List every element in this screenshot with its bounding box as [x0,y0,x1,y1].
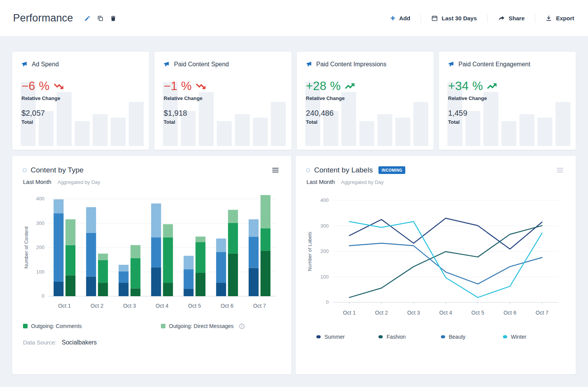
kpi-total: $2,057 [21,109,140,118]
kpi-relative-label: Relative Change [306,95,424,101]
legend-label: Outgoing: Comments [31,323,82,329]
period-label: Last Month [23,179,51,185]
trend-down-icon [196,82,206,91]
svg-text:300: 300 [320,223,329,229]
svg-text:Number of Labels: Number of Labels [307,231,313,271]
dashboard-content: Ad Spend −6 % Relative Change $2,057 Tot… [0,37,588,374]
svg-text:100: 100 [36,269,44,275]
kpi-relative-label: Relative Change [21,95,140,101]
svg-text:0: 0 [326,299,329,305]
share-icon [498,15,505,21]
legend-item-beauty[interactable]: Beauty [441,334,503,340]
svg-text:100: 100 [320,274,329,280]
content-by-type-card: Content by Type Last Month Aggregated by… [12,156,291,374]
kpi-title: Ad Spend [32,61,59,68]
kpi-relative-label: Relative Change [448,95,567,101]
kpi-total: 1,459 [448,109,567,118]
trend-up-icon [345,82,355,91]
megaphone-icon [448,61,454,67]
aggregation-label: Aggregated by Day [57,179,100,185]
add-label: Add [399,15,410,21]
share-button[interactable]: Share [488,15,535,21]
kpi-total-label: Total [21,119,140,125]
kpi-title: Paid Content Impressions [316,61,387,68]
kpi-change: +34 % [448,79,567,93]
data-source-label: Data Source: [23,339,57,346]
legend-label: Fashion [387,334,406,340]
download-icon [545,15,552,21]
svg-text:Oct 1: Oct 1 [58,303,71,309]
legend-item-winter[interactable]: Winter [503,334,565,340]
svg-text:400: 400 [320,197,329,203]
svg-text:400: 400 [36,196,44,202]
content-by-labels-card: Content by Labels INCOMING Last Month Ag… [296,156,576,374]
svg-text:Oct 2: Oct 2 [91,303,104,309]
share-label: Share [509,15,525,21]
megaphone-icon [164,61,170,67]
legend-swatch [23,324,28,328]
svg-text:Oct 3: Oct 3 [123,303,136,309]
svg-text:Oct 1: Oct 1 [343,310,356,316]
svg-text:Oct 4: Oct 4 [439,310,452,316]
kpi-total-label: Total [306,119,424,125]
svg-text:Oct 5: Oct 5 [188,303,201,309]
svg-text:300: 300 [36,220,44,226]
svg-text:Oct 7: Oct 7 [253,303,266,309]
data-source-row: Data Source: Socialbakers [23,339,280,346]
info-icon[interactable] [239,323,245,329]
legend-item-summer[interactable]: Summer [316,334,378,340]
menu-icon[interactable] [555,166,565,175]
kpi-card-paid-content-impressions[interactable]: Paid Content Impressions +28 % Relative … [297,52,434,150]
svg-text:200: 200 [320,248,329,254]
delete-icon[interactable] [107,13,120,24]
legend-label: Beauty [449,334,466,340]
svg-text:Oct 2: Oct 2 [375,310,388,316]
stacked-bar-chart: 0100200300400Oct 1Oct 2Oct 3Oct 4Oct 5Oc… [23,195,280,314]
data-source-value: Socialbakers [62,339,97,346]
duplicate-icon[interactable] [94,13,107,24]
period-label: Last Month [306,179,335,185]
charts-row: Content by Type Last Month Aggregated by… [12,156,576,374]
kpi-card-paid-content-spend[interactable]: Paid Content Spend −1 % Relative Change … [154,52,291,150]
topbar: Performance + Add Last 30 Days Share [0,0,588,37]
menu-icon[interactable] [270,166,280,175]
line-chart-legend: SummerFashionBeautyWinter [306,334,565,340]
line-chart: 0100200300400Oct 1Oct 2Oct 3Oct 4Oct 5Oc… [306,195,565,321]
legend-dot [378,335,383,338]
legend-dot [503,335,507,338]
legend-item-outgoing-comments[interactable]: Outgoing: Comments [23,323,161,329]
widget-icon [306,169,310,172]
legend-item-outgoing-direct-messages[interactable]: Outgoing: Direct Messages [161,323,245,329]
add-button[interactable]: + Add [380,15,421,21]
legend-label: Outgoing: Direct Messages [169,323,234,329]
kpi-card-ad-spend[interactable]: Ad Spend −6 % Relative Change $2,057 Tot… [12,52,149,150]
export-label: Export [556,15,574,21]
calendar-icon [431,15,438,21]
legend-label: Summer [324,334,345,340]
svg-text:Oct 7: Oct 7 [536,310,549,316]
svg-text:Oct 6: Oct 6 [503,310,516,316]
svg-text:Oct 6: Oct 6 [221,303,234,309]
incoming-badge: INCOMING [378,166,405,174]
plus-icon: + [390,16,395,21]
export-button[interactable]: Export [535,15,574,21]
page-title: Performance [13,12,73,24]
topbar-left: Performance [13,12,120,24]
kpi-total: $1,918 [164,109,282,118]
legend-dot [316,335,321,338]
kpi-total-label: Total [448,119,567,125]
svg-text:Oct 3: Oct 3 [407,310,420,316]
trend-down-icon [54,82,64,91]
edit-icon[interactable] [81,13,94,24]
kpi-row: Ad Spend −6 % Relative Change $2,057 Tot… [12,52,576,150]
date-range-button[interactable]: Last 30 Days [421,15,487,21]
kpi-title: Paid Content Spend [174,61,229,68]
kpi-change: −6 % [21,79,140,93]
kpi-change: +28 % [306,79,424,93]
legend-dot [441,335,445,338]
kpi-total: 240,486 [306,109,424,118]
kpi-card-paid-content-engagement[interactable]: Paid Content Engagement +34 % Relative C… [439,52,576,150]
kpi-total-label: Total [164,119,282,125]
legend-item-fashion[interactable]: Fashion [378,334,441,340]
svg-text:Oct 5: Oct 5 [472,310,485,316]
